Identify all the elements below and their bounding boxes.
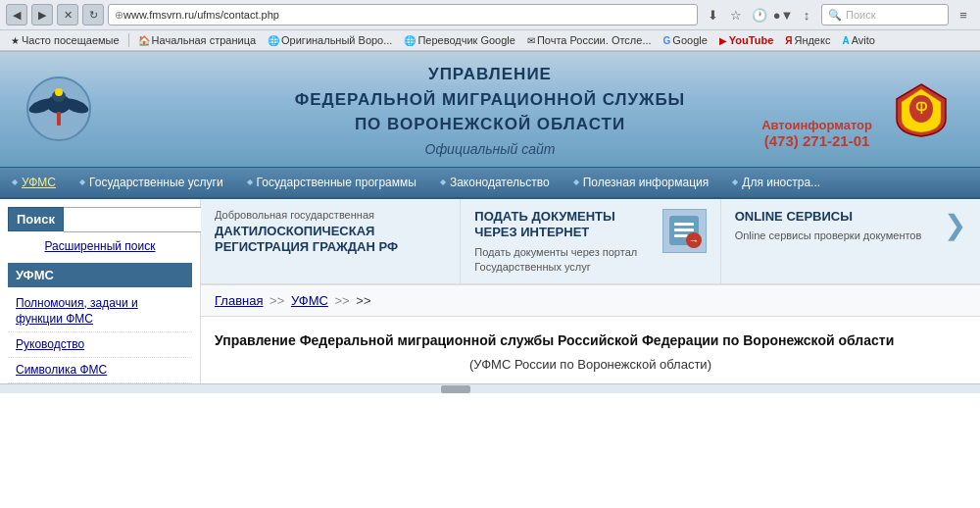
download-icon[interactable]: ⬇ xyxy=(702,4,723,25)
svg-text:→: → xyxy=(689,234,700,246)
sync-icon[interactable]: ↕ xyxy=(796,4,817,25)
logo-left xyxy=(20,70,98,148)
bookmark-icon[interactable]: ☆ xyxy=(725,4,747,25)
card2-desc: Подать документы через портал Государств… xyxy=(474,245,654,274)
card-dactyloscopy[interactable]: Добровольная государственная ДАКТИЛОСКОП… xyxy=(201,199,461,283)
history-icon[interactable]: 🕐 xyxy=(749,4,770,25)
nav-item-programs[interactable]: ◆ Государственные программы xyxy=(235,168,428,197)
avito-icon: A xyxy=(842,35,849,46)
scroll-thumb[interactable] xyxy=(441,385,470,393)
forward-button[interactable]: ▶ xyxy=(31,4,53,25)
yandex-icon: Я xyxy=(785,35,792,46)
nav-item-ufms[interactable]: ◆ УФМС xyxy=(0,168,68,197)
header-phone: Автоинформатор (473) 271-21-01 xyxy=(761,118,872,149)
bookmark-original-label: Оригинальный Воро... xyxy=(281,34,392,46)
advanced-search-link[interactable]: Расширенный поиск xyxy=(45,239,156,253)
nav-label-foreign: Для иностра... xyxy=(742,176,820,189)
nav-diamond-icon: ◆ xyxy=(12,178,18,186)
svg-rect-12 xyxy=(674,234,688,237)
card-submit-docs[interactable]: ПОДАТЬ ДОКУМЕНТЫ ЧЕРЕЗ ИНТЕРНЕТ Подать д… xyxy=(461,199,720,283)
nav-diamond-icon-3: ◆ xyxy=(247,178,253,186)
bookmark-avito-label: Avito xyxy=(852,34,875,46)
site-header: УПРАВЛЕНИЕ ФЕДЕРАЛЬНОЙ МИГРАЦИОННОЙ СЛУЖ… xyxy=(0,52,980,167)
advanced-search: Расширенный поиск xyxy=(8,238,192,253)
translate-icon: 🌐 xyxy=(404,35,416,46)
bookmark-avito[interactable]: A Avito xyxy=(837,32,880,48)
header-title-line1: УПРАВЛЕНИЕ xyxy=(98,62,882,87)
bookmark-original[interactable]: 🌐 Оригинальный Воро... xyxy=(263,32,397,48)
breadcrumb-sep1: >> xyxy=(270,293,284,308)
mail-icon: ✉ xyxy=(527,35,535,46)
bookmark-yandex[interactable]: Я Яндекс xyxy=(780,32,835,48)
bookmark-youtube-label: YouTube xyxy=(729,34,773,46)
refresh-button[interactable]: ↻ xyxy=(82,4,104,25)
nav-bar: ◆ УФМС ◆ Государственные услуги ◆ Госуда… xyxy=(0,167,980,199)
bookmark-google-label: Google xyxy=(672,34,707,46)
search-placeholder: Поиск xyxy=(846,9,875,21)
breadcrumb-sep2: >> xyxy=(334,293,349,308)
bookmark-translate-label: Переводчик Google xyxy=(417,34,515,46)
nav-item-info[interactable]: ◆ Полезная информация xyxy=(562,168,721,197)
breadcrumb-home[interactable]: Главная xyxy=(215,293,263,308)
toolbar-right: ⬇ ☆ 🕐 ●▼ ↕ xyxy=(702,4,817,25)
bookmark-translate[interactable]: 🌐 Переводчик Google xyxy=(399,32,520,48)
svg-text:Ⴔ: Ⴔ xyxy=(915,101,927,117)
breadcrumb-section[interactable]: УФМС xyxy=(291,293,328,308)
card2-title: ПОДАТЬ ДОКУМЕНТЫ ЧЕРЕЗ ИНТЕРНЕТ xyxy=(474,209,654,242)
bookmark-home-label: Начальная страница xyxy=(152,34,256,46)
bookmark-google[interactable]: G Google xyxy=(659,32,712,48)
eagle-svg xyxy=(24,75,93,143)
card2-icon: → xyxy=(662,209,707,253)
page-wrapper: УПРАВЛЕНИЕ ФЕДЕРАЛЬНОЙ МИГРАЦИОННОЙ СЛУЖ… xyxy=(0,52,980,393)
sidebar-section-title: УФМС xyxy=(8,263,192,287)
sidebar-link-authority[interactable]: Полномочия, задачи и функции ФМС xyxy=(8,291,192,333)
main-content: Поиск 🔍 Расширенный поиск УФМС Полномочи… xyxy=(0,199,980,394)
autoinformer-label: Автоинформатор xyxy=(761,118,872,132)
menu-icon[interactable]: ≡ xyxy=(953,4,974,25)
back-button[interactable]: ◀ xyxy=(6,4,27,25)
main-subheading: (УФМС России по Воронежской области) xyxy=(215,357,966,372)
tools-icon[interactable]: ●▼ xyxy=(772,4,794,25)
bookmark-often[interactable]: ★ Часто посещаемые xyxy=(6,32,124,48)
card-online-services[interactable]: ONLINE СЕРВИСЫ Online сервисы проверки д… xyxy=(721,199,980,283)
sidebar-link-leadership[interactable]: Руководство xyxy=(8,332,192,358)
bookmark-pochta[interactable]: ✉ Почта России. Отсле... xyxy=(522,32,657,48)
bookmark-often-label: Часто посещаемые xyxy=(22,34,120,46)
bookmark-home[interactable]: 🏠 Начальная страница xyxy=(133,32,261,48)
nav-item-services[interactable]: ◆ Государственные услуги xyxy=(68,168,235,197)
nav-item-legislation[interactable]: ◆ Законодательство xyxy=(428,168,562,197)
nav-label-services: Государственные услуги xyxy=(89,176,223,189)
sidebar-link-symbols[interactable]: Символика ФМС xyxy=(8,358,192,383)
star-icon: ★ xyxy=(11,35,20,46)
svg-rect-10 xyxy=(674,223,694,226)
card3-arrow-icon: ❯ xyxy=(944,209,966,241)
search-input[interactable] xyxy=(64,207,220,232)
nav-label-programs: Государственные программы xyxy=(257,176,416,189)
cards-row: Добровольная государственная ДАКТИЛОСКОП… xyxy=(201,199,980,285)
nav-diamond-icon-5: ◆ xyxy=(573,178,579,186)
bookmarks-bar: ★ Часто посещаемые 🏠 Начальная страница … xyxy=(0,30,980,51)
nav-diamond-icon-6: ◆ xyxy=(732,178,738,186)
coat-svg: Ⴔ xyxy=(892,79,951,138)
horizontal-scrollbar[interactable] xyxy=(0,383,980,393)
youtube-icon: ▶ xyxy=(719,35,727,46)
svg-rect-11 xyxy=(674,229,694,231)
bookmark-yandex-label: Яндекс xyxy=(794,34,830,46)
bookmark-separator xyxy=(128,33,129,47)
breadcrumb-current: >> xyxy=(356,293,370,308)
card2-icon-img: → xyxy=(662,209,707,253)
nav-label-ufms: УФМС xyxy=(22,176,56,189)
svg-rect-5 xyxy=(57,112,61,126)
bookmark-youtube[interactable]: ▶ YouTube xyxy=(714,32,778,48)
card3-title: ONLINE СЕРВИСЫ xyxy=(735,209,936,226)
bookmark-pochta-label: Почта России. Отсле... xyxy=(537,34,652,46)
search-field[interactable]: 🔍 Поиск xyxy=(821,4,949,25)
search-label: Поиск xyxy=(8,207,64,231)
phone-number: (473) 271-21-01 xyxy=(761,132,872,149)
url-field[interactable]: ⊕ www.fmsvrn.ru/ufms/contact.php xyxy=(108,4,698,25)
stop-button[interactable]: ✕ xyxy=(57,4,78,25)
browser-chrome: ◀ ▶ ✕ ↻ ⊕ www.fmsvrn.ru/ufms/contact.php… xyxy=(0,0,980,52)
card1-subtitle: Добровольная государственная xyxy=(215,209,446,221)
content-area: Добровольная государственная ДАКТИЛОСКОП… xyxy=(201,199,980,394)
nav-item-foreign[interactable]: ◆ Для иностра... xyxy=(720,168,832,197)
